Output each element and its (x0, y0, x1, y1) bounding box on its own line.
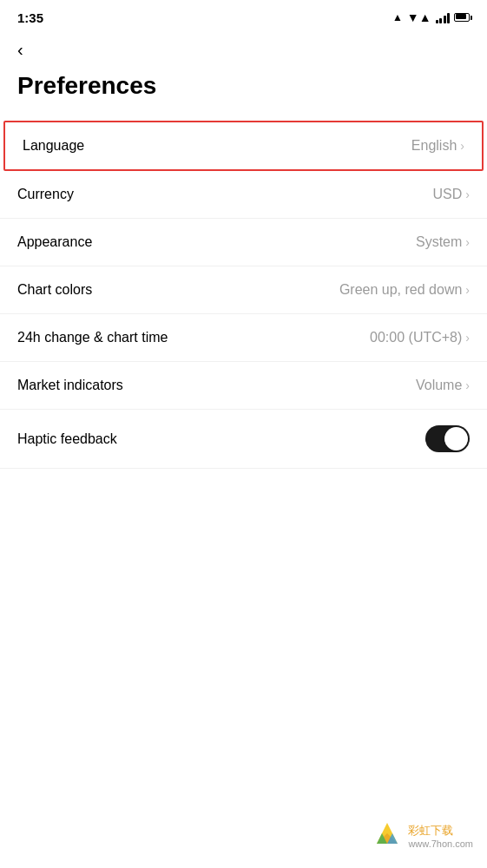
status-time: 1:35 (17, 10, 43, 25)
toggle-knob (444, 427, 468, 450)
settings-item-market-indicators[interactable]: Market indicators Volume › (0, 362, 487, 410)
wifi-icon: ▼▲ (407, 10, 431, 24)
settings-item-chart-time[interactable]: 24h change & chart time 00:00 (UTC+8) › (0, 314, 487, 362)
settings-value-wrap-language: English › (411, 138, 464, 154)
back-arrow-icon: ‹ (17, 40, 23, 59)
back-button[interactable]: ‹ (0, 31, 487, 65)
status-bar: 1:35 ▲ ▼▲ (0, 0, 487, 31)
settings-item-appearance[interactable]: Appearance System › (0, 219, 487, 266)
page-title: Preferences (0, 65, 487, 121)
settings-label-chart-colors: Chart colors (17, 282, 92, 298)
chevron-icon-language: › (460, 139, 464, 153)
settings-value-currency: USD (433, 187, 463, 202)
settings-value-wrap-market-indicators: Volume › (416, 378, 470, 393)
settings-value-chart-time: 00:00 (UTC+8) (370, 330, 462, 345)
settings-value-chart-colors: Green up, red down (339, 282, 462, 298)
settings-value-language: English (411, 138, 457, 154)
chevron-icon-chart-colors: › (465, 283, 470, 297)
settings-value-appearance: System (416, 234, 462, 250)
settings-value-wrap-currency: USD › (433, 187, 470, 202)
chevron-icon-market-indicators: › (465, 378, 470, 392)
notification-icon: ▲ (392, 11, 403, 23)
chevron-icon-currency: › (465, 187, 470, 201)
settings-item-haptic-feedback[interactable]: Haptic feedback (0, 410, 487, 469)
settings-value-wrap-chart-colors: Green up, red down › (339, 282, 470, 298)
settings-list: Language English › Currency USD › Appear… (0, 121, 487, 469)
chevron-icon-chart-time: › (465, 331, 470, 345)
haptic-feedback-toggle[interactable] (425, 425, 470, 452)
settings-label-chart-time: 24h change & chart time (17, 330, 168, 345)
watermark-site-url: www.7hon.com (408, 838, 473, 849)
watermark: 彩虹下载 www.7hon.com (372, 819, 473, 851)
signal-icon (436, 12, 451, 23)
settings-label-language: Language (23, 138, 84, 154)
haptic-feedback-toggle-wrap (425, 425, 470, 452)
watermark-text-wrap: 彩虹下载 www.7hon.com (408, 822, 473, 849)
settings-item-chart-colors[interactable]: Chart colors Green up, red down › (0, 266, 487, 314)
watermark-site-name: 彩虹下载 (408, 824, 453, 837)
settings-label-market-indicators: Market indicators (17, 378, 123, 393)
settings-item-language[interactable]: Language English › (3, 121, 484, 171)
status-icons: ▲ ▼▲ (392, 10, 470, 24)
watermark-logo-icon (372, 819, 403, 851)
settings-label-haptic-feedback: Haptic feedback (17, 431, 117, 447)
settings-value-wrap-chart-time: 00:00 (UTC+8) › (370, 330, 470, 345)
settings-label-appearance: Appearance (17, 234, 92, 250)
battery-icon (454, 13, 470, 22)
settings-item-currency[interactable]: Currency USD › (0, 171, 487, 219)
settings-value-wrap-appearance: System › (416, 234, 470, 250)
settings-label-currency: Currency (17, 187, 74, 202)
chevron-icon-appearance: › (465, 235, 470, 249)
settings-value-market-indicators: Volume (416, 378, 462, 393)
